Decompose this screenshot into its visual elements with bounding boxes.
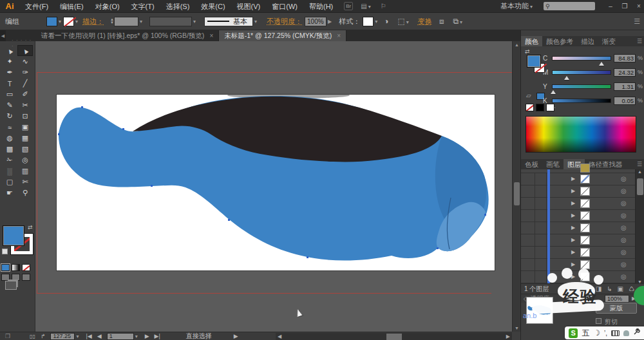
night-mode-icon[interactable]: ☽ bbox=[593, 328, 600, 337]
layers-scrollbar[interactable]: ▲▼ bbox=[635, 169, 644, 284]
menu-select[interactable]: 选择(S) bbox=[160, 0, 196, 13]
draw-behind-button[interactable] bbox=[12, 274, 20, 281]
gradient-button[interactable] bbox=[12, 264, 20, 271]
transparency-object-thumbnail[interactable] bbox=[526, 297, 553, 324]
layer-row[interactable]: ▶◎ bbox=[521, 271, 644, 283]
slider-track[interactable] bbox=[552, 99, 611, 103]
lock-cell[interactable] bbox=[535, 271, 547, 283]
locate-object-icon[interactable]: ⚲ bbox=[585, 285, 590, 292]
slider-value-field[interactable]: 24.32 bbox=[614, 68, 636, 77]
eyedropper-tool[interactable]: ✁ bbox=[2, 155, 17, 165]
layer-row[interactable]: ▶◎ bbox=[521, 185, 644, 198]
menu-file[interactable]: 文件(F) bbox=[19, 0, 54, 13]
lock-cell[interactable] bbox=[535, 185, 547, 198]
menu-help[interactable]: 帮助(H) bbox=[303, 0, 339, 13]
minimize-button[interactable]: – bbox=[605, 3, 616, 10]
variable-width-select[interactable] bbox=[149, 17, 192, 26]
slider-value-field[interactable]: 0.05 bbox=[614, 97, 636, 105]
layers-scroll-thumb[interactable] bbox=[637, 178, 643, 195]
wubi-mode-label[interactable]: 五 bbox=[582, 328, 589, 339]
lock-cell[interactable] bbox=[535, 173, 547, 185]
visibility-cell[interactable] bbox=[521, 247, 535, 259]
punctuation-icon[interactable]: ’, bbox=[604, 330, 607, 337]
make-mask-button[interactable]: 蒙版 bbox=[596, 303, 637, 314]
slider-track[interactable] bbox=[552, 56, 611, 61]
expand-triangle-icon[interactable]: ▶ bbox=[571, 200, 575, 206]
scroll-right-icon[interactable]: ▶ bbox=[506, 333, 510, 340]
perspective-grid-tool[interactable]: ▦ bbox=[17, 133, 33, 144]
visibility-cell[interactable] bbox=[521, 198, 535, 210]
opacity-link[interactable]: 不透明度： bbox=[267, 17, 302, 26]
make-clip-mask-icon[interactable]: ◨ bbox=[596, 285, 601, 292]
expand-triangle-icon[interactable]: ▶ bbox=[571, 237, 575, 243]
visibility-cell[interactable] bbox=[521, 234, 535, 247]
tab-close-icon[interactable]: × bbox=[209, 32, 213, 39]
menu-view[interactable]: 视图(V) bbox=[231, 0, 267, 13]
menu-edit[interactable]: 编辑(E) bbox=[54, 0, 90, 13]
slider-thumb[interactable] bbox=[551, 90, 556, 94]
tab-color[interactable]: 颜色 bbox=[521, 36, 542, 46]
panel-fill-swatch[interactable] bbox=[527, 55, 541, 68]
layer-thumbnail[interactable] bbox=[580, 248, 590, 257]
target-circle-icon[interactable]: ◎ bbox=[621, 175, 627, 182]
fill-swatch[interactable] bbox=[3, 225, 24, 246]
lock-cell[interactable] bbox=[535, 234, 547, 247]
target-circle-icon[interactable]: ◎ bbox=[621, 187, 627, 194]
opacity-field[interactable]: 100% bbox=[305, 17, 327, 26]
lock-cell[interactable] bbox=[535, 247, 547, 259]
bridge-button[interactable]: Br bbox=[344, 2, 353, 10]
scale-tool[interactable]: ⊡ bbox=[17, 111, 33, 122]
panel-menu-icon[interactable]: ☰ bbox=[637, 159, 644, 169]
gamut-warning-cube-icon[interactable]: ▱ bbox=[526, 92, 531, 99]
status-expand-icon[interactable]: ▶ bbox=[234, 333, 238, 339]
arrange-documents-icon[interactable]: ▤▾ bbox=[361, 3, 372, 10]
visibility-cell[interactable] bbox=[521, 222, 535, 234]
distribute-icon[interactable]: ⧉▾ bbox=[453, 17, 464, 26]
tab-color-guide[interactable]: 颜色参考 bbox=[542, 36, 577, 46]
new-sublayer-icon[interactable]: ↳ bbox=[607, 285, 612, 292]
gradient-tool[interactable]: ▧ bbox=[17, 144, 33, 155]
stroke-weight-field[interactable] bbox=[114, 17, 138, 26]
slice-tool[interactable]: ✄ bbox=[17, 176, 33, 187]
tab-gradient[interactable]: 渐变 bbox=[598, 36, 620, 46]
profile-icon[interactable] bbox=[623, 330, 629, 336]
clip-checkbox[interactable] bbox=[596, 318, 601, 324]
fill-caret-icon[interactable]: ▾ bbox=[59, 19, 61, 24]
expand-triangle-icon[interactable]: ▶ bbox=[571, 188, 575, 194]
menu-window[interactable]: 窗口(W) bbox=[266, 0, 303, 13]
artboard-nav-icon[interactable]: ▯▯ bbox=[30, 334, 35, 339]
align-icon[interactable]: ⧈ bbox=[439, 17, 444, 26]
slider-value-field[interactable]: 1.31 bbox=[614, 82, 636, 91]
tab-stroke[interactable]: 描边 bbox=[577, 36, 598, 46]
layer-row[interactable]: ▶◎ bbox=[521, 247, 644, 259]
none-button[interactable] bbox=[22, 264, 30, 271]
hand-tool[interactable]: ☛ bbox=[2, 187, 17, 198]
layer-row[interactable]: ▶◎ bbox=[521, 198, 644, 210]
horizontal-scroll-thumb[interactable] bbox=[386, 334, 402, 340]
scroll-up-icon[interactable]: ▲ bbox=[638, 169, 642, 174]
selection-tool[interactable]: ▲ bbox=[2, 45, 17, 56]
panel-menu-icon[interactable]: ☰ bbox=[637, 36, 644, 46]
layer-thumbnail[interactable] bbox=[580, 260, 590, 269]
zoom-field[interactable]: 127.25 bbox=[50, 333, 75, 340]
artboard-tool[interactable]: ▢ bbox=[2, 176, 17, 187]
slider-thumb[interactable] bbox=[599, 62, 604, 66]
graph-tool[interactable]: ▥ bbox=[17, 165, 33, 176]
swap-colors-icon[interactable]: ⇄ bbox=[525, 48, 530, 55]
last-artboard-icon[interactable]: ▶| bbox=[155, 333, 160, 339]
transform-link[interactable]: 变换 bbox=[418, 17, 432, 26]
lock-cell[interactable] bbox=[535, 259, 547, 271]
visibility-cell[interactable] bbox=[521, 173, 535, 185]
expand-triangle-icon[interactable]: ▶ bbox=[571, 212, 575, 218]
transparency-opacity-field[interactable]: 100% bbox=[605, 295, 629, 303]
visibility-cell[interactable] bbox=[521, 271, 535, 283]
slider-track[interactable] bbox=[552, 70, 611, 75]
layer-row[interactable]: ▶◎ bbox=[521, 234, 644, 247]
share-icon[interactable]: ⚐ bbox=[381, 3, 386, 10]
none-swatch[interactable] bbox=[526, 104, 534, 111]
slider-thumb[interactable] bbox=[564, 76, 569, 80]
prev-artboard-icon[interactable]: ◀ bbox=[97, 333, 102, 339]
layer-thumbnail[interactable] bbox=[580, 211, 590, 220]
document-tab-1[interactable]: 请看一下使用说明 (1) [转换].eps* @ 100% (RGB/预览) × bbox=[36, 30, 219, 41]
next-artboard-icon[interactable]: ▶ bbox=[145, 333, 149, 339]
